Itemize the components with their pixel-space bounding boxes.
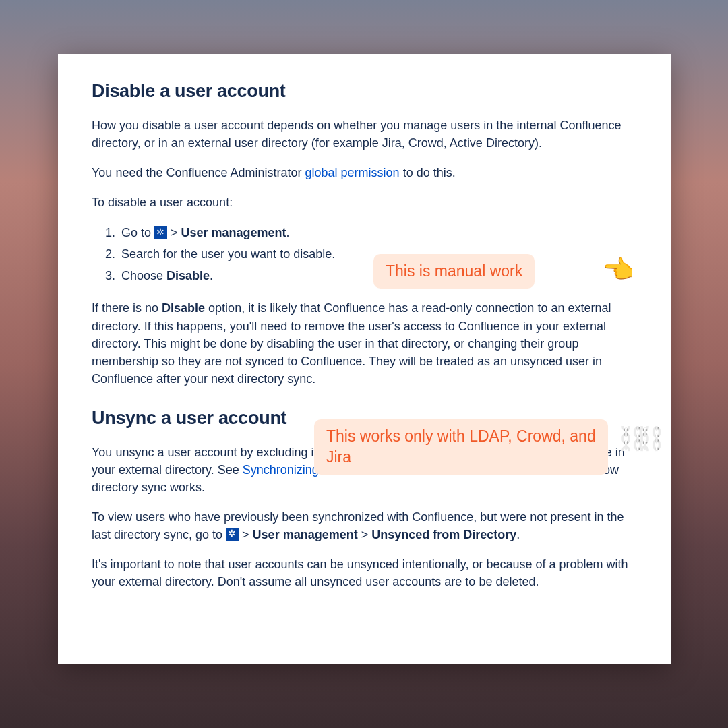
pointing-hand-icon: 👉 [603,255,635,284]
permission-paragraph: You need the Confluence Administrator gl… [92,164,637,181]
annotation-callout-ldap: This works only with LDAP, Crowd, and Ji… [314,419,608,475]
perm-text-post: to do this. [400,166,456,179]
annotation-callout-manual: This is manual work [373,254,535,289]
unsync-view-paragraph: To view users who have previously been s… [92,508,637,543]
no-disable-note: If there is no Disable option, it is lik… [92,299,637,387]
global-permission-link[interactable]: global permission [305,166,400,179]
document-card: Disable a user account How you disable a… [58,54,671,664]
intro-paragraph: How you disable a user account depends o… [92,117,637,152]
section-heading-disable: Disable a user account [92,81,637,102]
unsync-warning: It's important to note that user account… [92,555,637,590]
chain-icon: ⛓️ [636,425,665,452]
step-1: Go to > User management. [119,223,637,243]
gear-icon [154,226,167,239]
perm-text-pre: You need the Confluence Administrator [92,166,305,179]
gear-icon [226,528,239,541]
steps-lead: To disable a user account: [92,193,637,211]
